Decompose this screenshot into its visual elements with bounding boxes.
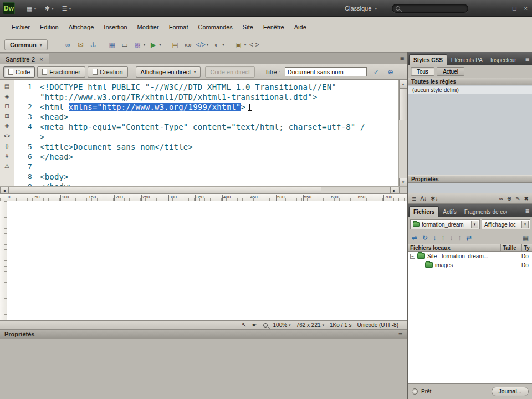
design-view[interactable] <box>0 201 407 320</box>
highlight-invalid-icon[interactable]: ⚠ <box>4 163 9 169</box>
code-line[interactable]: 1<!DOCTYPE html PUBLIC "-//W3C//DTD XHTM… <box>14 82 398 92</box>
panel-menu-icon[interactable]: ≣ <box>525 208 532 217</box>
no-style-row[interactable]: (aucun style défini) <box>408 86 532 94</box>
category-view-icon[interactable]: ≣ <box>412 196 416 202</box>
split-view-button[interactable]: Fractionner <box>37 66 85 78</box>
code-line[interactable]: 7 <box>14 162 398 172</box>
code-line[interactable]: 5<title>Document sans nom</title> <box>14 142 398 152</box>
code-vertical-scrollbar[interactable]: ▲ ▼ <box>398 80 407 186</box>
delete-rule-icon[interactable]: ✖ <box>524 196 529 202</box>
new-rule-icon[interactable]: ⊕ <box>507 196 511 202</box>
attach-stylesheet-icon[interactable]: ∞ <box>499 196 503 202</box>
all-mode-button[interactable]: Tous <box>411 67 434 76</box>
line-numbers-icon[interactable]: # <box>6 153 9 159</box>
zoom-tool-icon[interactable] <box>263 323 268 328</box>
balance-braces-icon[interactable]: {} <box>5 143 9 149</box>
pointer-tool-icon[interactable]: ↖ <box>241 321 246 329</box>
get-files-icon[interactable]: ↓ <box>433 234 436 242</box>
select-parent-tag-icon[interactable]: <> <box>4 133 11 139</box>
close-icon[interactable]: × <box>39 56 43 63</box>
code-view-button[interactable]: Code <box>3 66 35 78</box>
properties-panel-header[interactable]: Propriétés ≣ <box>0 329 407 339</box>
document-tab[interactable]: Sanstitre-2 × <box>0 54 49 65</box>
hand-tool-icon[interactable]: ☛ <box>252 321 258 329</box>
templates-icon[interactable]: ▣ <box>233 40 244 50</box>
refresh-icon[interactable]: ↻ <box>422 234 428 242</box>
comment-icon[interactable]: «» <box>182 40 194 50</box>
media-icon[interactable]: ▶ <box>147 40 159 50</box>
file-tree-row[interactable]: imagesDo <box>408 260 532 269</box>
menu-item[interactable]: Aide <box>289 22 311 32</box>
chevron-down-icon[interactable]: ▾ <box>207 43 209 47</box>
search-box[interactable] <box>392 4 468 13</box>
scroll-up-icon[interactable]: ▲ <box>399 80 407 88</box>
email-link-icon[interactable]: ✉ <box>75 40 86 50</box>
code-line[interactable]: 6</head> <box>14 152 398 162</box>
collapse-expander-icon[interactable]: − <box>410 254 415 259</box>
file-management-icon[interactable]: ✓ <box>371 68 381 76</box>
panel-menu-icon[interactable]: ≣ <box>525 56 532 65</box>
named-anchor-icon[interactable]: ⚓ <box>88 40 99 50</box>
script-icon[interactable]: </> <box>195 40 207 50</box>
live-view-button[interactable]: Affichage en direct▾ <box>136 66 201 78</box>
list-view-icon[interactable]: A↓ <box>420 196 427 202</box>
scroll-left-icon[interactable]: ◀ <box>0 187 8 194</box>
image-icon[interactable]: ▨ <box>132 40 144 50</box>
code-navigator-icon[interactable]: ◈ <box>5 93 9 99</box>
app-icon[interactable]: Dw <box>3 2 15 14</box>
site-menu-icon[interactable]: ☰ <box>57 4 69 13</box>
panel-tab[interactable]: Styles CSS <box>409 54 447 65</box>
menu-item[interactable]: Commandes <box>193 22 238 32</box>
chevron-down-icon[interactable]: ▾ <box>521 221 529 228</box>
insert-div-icon[interactable]: ▭ <box>119 40 131 50</box>
chevron-down-icon[interactable]: ▾ <box>159 43 161 47</box>
menu-item[interactable]: Format <box>164 22 193 32</box>
menu-item[interactable]: Edition <box>35 22 64 32</box>
panel-menu-icon[interactable]: ≣ <box>398 331 403 337</box>
hyperlink-icon[interactable]: ∞ <box>62 40 74 50</box>
chevron-down-icon[interactable]: ▾ <box>222 43 224 47</box>
check-out-icon[interactable]: ↓ <box>449 234 453 242</box>
menu-item[interactable]: Fichier <box>7 22 35 32</box>
preview-browser-icon[interactable]: ⊕ <box>386 68 396 76</box>
panel-tab[interactable]: Inspecteur <box>487 55 520 65</box>
set-properties-view-icon[interactable]: ✱↓ <box>431 196 438 202</box>
synchronize-icon[interactable]: ⇄ <box>466 234 472 242</box>
column-type[interactable]: Ty <box>521 244 532 251</box>
code-line[interactable]: > <box>14 132 398 142</box>
current-mode-button[interactable]: Actuel <box>437 67 464 76</box>
code-line[interactable]: 2<html xmlns="http://www.w3.org/1999/xht… <box>14 102 398 112</box>
maximize-button[interactable]: □ <box>513 5 516 12</box>
code-editor[interactable]: 1<!DOCTYPE html PUBLIC "-//W3C//DTD XHTM… <box>14 82 398 186</box>
code-view[interactable]: ▤◈⊟⊞✚<>{}#⚠ 1<!DOCTYPE html PUBLIC "-//W… <box>0 80 407 186</box>
close-button[interactable]: × <box>524 5 528 12</box>
code-line[interactable]: 9</body> <box>14 182 398 186</box>
document-title-input[interactable] <box>285 67 367 76</box>
file-tree-row[interactable]: −Site - formation_dream...Do <box>408 252 532 260</box>
panel-options-icon[interactable]: ≣ <box>400 55 405 61</box>
panel-tab[interactable]: Eléments PA <box>447 55 487 65</box>
workspace-switcher[interactable]: Classique ▾ <box>345 0 377 17</box>
column-size[interactable]: Taille <box>500 244 521 251</box>
menu-item[interactable]: Site <box>238 22 258 32</box>
view-dropdown[interactable]: Affichage loc ▾ <box>482 219 530 229</box>
column-files[interactable]: Fichiers locaux <box>408 244 500 251</box>
site-dropdown[interactable]: formation_dream ▾ <box>410 219 480 229</box>
code-horizontal-scrollbar[interactable]: ◀ ▶ <box>0 186 407 194</box>
chevron-down-icon[interactable]: ▾ <box>144 43 146 47</box>
menu-item[interactable]: Affichage <box>64 22 99 32</box>
code-line[interactable]: "http://www.w3.org/TR/xhtml1/DTD/xhtml1-… <box>14 92 398 102</box>
minimize-button[interactable]: – <box>502 5 505 12</box>
menu-item[interactable]: Fenêtre <box>258 22 289 32</box>
expand-panel-icon[interactable]: ▦ <box>523 234 529 242</box>
scroll-down-icon[interactable]: ▼ <box>399 178 407 186</box>
code-line[interactable]: 8<body> <box>14 172 398 182</box>
menu-item[interactable]: Modifier <box>132 22 164 32</box>
code-line[interactable]: 4<meta http-equiv="Content-Type" content… <box>14 122 398 132</box>
head-icon[interactable]: ◐ <box>211 40 222 50</box>
collapse-full-tag-icon[interactable]: ⊟ <box>4 103 9 109</box>
scrollbar-thumb[interactable] <box>8 187 321 194</box>
chevron-down-icon[interactable]: ▾ <box>471 221 478 228</box>
put-files-icon[interactable]: ↑ <box>441 234 444 242</box>
menu-item[interactable]: Insertion <box>99 22 132 32</box>
